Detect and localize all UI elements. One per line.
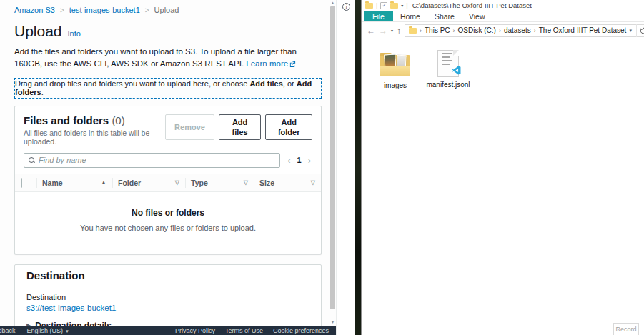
files-and-folders-panel: Files and folders (0) All files and fold… [14, 106, 322, 254]
file-list: images manifest.jsonl [362, 39, 644, 89]
empty-state-title: No files or folders [15, 208, 321, 218]
destination-panel: Destination Destination s3://test-images… [14, 264, 322, 335]
separator: | [376, 2, 377, 9]
add-files-button[interactable]: Add files [219, 114, 261, 140]
files-panel-subtitle: All files and folders in this table will… [24, 129, 165, 146]
tab-home[interactable]: Home [393, 11, 427, 21]
files-count: (0) [112, 114, 124, 126]
files-table: Name▲ Folder▽ Type▽ Size▽ [15, 174, 321, 192]
address-separator-icon: › [499, 27, 501, 34]
aws-console-window: Amazon S3 > test-images-bucket1 > Upload… [0, 0, 355, 335]
column-header-size[interactable]: Size▽ [254, 174, 321, 191]
breadcrumb: Amazon S3 > test-images-bucket1 > Upload [14, 6, 322, 14]
aws-upload-page: Amazon S3 > test-images-bucket1 > Upload… [0, 0, 336, 335]
folder-item-images[interactable]: images [375, 49, 416, 89]
pagination: ‹ 1 › [287, 156, 312, 165]
add-folder-button[interactable]: Add folder [265, 114, 312, 140]
separator: | [406, 2, 407, 9]
address-dropdown-icon[interactable]: ▾ [629, 28, 632, 34]
vscode-badge-icon [452, 66, 461, 75]
tab-view[interactable]: View [462, 11, 492, 21]
desktop-wallpaper-strip [355, 0, 361, 335]
jsonl-document-icon [437, 50, 459, 77]
back-icon[interactable]: ← [367, 26, 375, 35]
select-all-checkbox[interactable] [21, 178, 22, 188]
scroll-down-icon[interactable]: ▼ [330, 320, 336, 324]
select-all-header [15, 174, 36, 191]
column-header-folder[interactable]: Folder▽ [112, 174, 185, 191]
page-scrollbar[interactable]: ▲ ▼ [330, 0, 336, 326]
scroll-up-icon[interactable]: ▲ [330, 1, 336, 5]
search-input[interactable] [39, 156, 275, 164]
privacy-policy-link[interactable]: Privacy Policy [175, 327, 215, 334]
tab-share[interactable]: Share [427, 11, 462, 21]
refresh-icon [640, 27, 644, 34]
search-box [24, 153, 280, 168]
record-button[interactable]: Record [613, 323, 639, 335]
new-folder-icon[interactable] [390, 3, 398, 9]
forward-icon[interactable]: → [379, 26, 387, 35]
page-title: Upload [14, 23, 62, 40]
file-item-manifest[interactable]: manifest.jsonl [427, 49, 469, 89]
language-selector[interactable]: English (US)▼ [27, 327, 69, 334]
sort-asc-icon: ▲ [101, 179, 106, 186]
files-panel-title: Files and folders (0) [24, 114, 165, 126]
sort-icon: ▽ [244, 179, 248, 186]
feedback-link[interactable]: Feedback [0, 327, 16, 334]
properties-icon[interactable]: ✓ [380, 2, 387, 9]
breadcrumb-bucket[interactable]: test-images-bucket1 [69, 6, 140, 14]
empty-state-message: You have not chosen any files or folders… [15, 224, 321, 232]
quick-access-toolbar-caret-icon[interactable]: ▾ [401, 3, 403, 8]
info-link[interactable]: Info [68, 29, 81, 38]
terms-of-use-link[interactable]: Terms of Use [225, 327, 263, 334]
screenshot-stage: Amazon S3 > test-images-bucket1 > Upload… [0, 0, 644, 335]
learn-more-link[interactable]: Learn more [246, 59, 296, 68]
destination-bucket-link[interactable]: s3://test-images-bucket1 [26, 304, 309, 312]
breadcrumb-amazon-s3[interactable]: Amazon S3 [14, 6, 55, 14]
sort-icon: ▽ [175, 179, 179, 186]
explorer-titlebar: | ✓ ▾ | C:\datasets\The Oxford-IIIT Pet … [362, 0, 644, 11]
help-side-strip: i [336, 0, 355, 335]
address-folder-icon [409, 28, 417, 34]
up-icon[interactable]: ↑ [397, 26, 401, 35]
window-title: C:\datasets\The Oxford-IIIT Pet Dataset [412, 1, 532, 9]
address-segment-dataset-folder[interactable]: The Oxford-IIIT Pet Dataset [539, 26, 627, 34]
aws-footer: Feedback English (US)▼ Privacy Policy Te… [0, 326, 336, 335]
caret-down-icon: ▼ [65, 329, 69, 334]
recent-locations-caret-icon[interactable]: ▾ [391, 28, 393, 33]
info-panel-icon[interactable]: i [342, 3, 350, 11]
page-next-icon[interactable]: › [308, 156, 311, 165]
file-explorer-window: | ✓ ▾ | C:\datasets\The Oxford-IIIT Pet … [361, 0, 644, 335]
address-segment-osdisk[interactable]: OSDisk (C:) [458, 26, 496, 34]
intro-text: Add the files and folders you want to up… [14, 46, 314, 71]
address-separator-icon: › [453, 27, 455, 34]
destination-panel-title: Destination [15, 265, 321, 286]
breadcrumb-separator-icon: > [145, 6, 149, 14]
column-header-type[interactable]: Type▽ [185, 174, 254, 191]
empty-state: No files or folders You have not chosen … [15, 192, 321, 254]
tab-file[interactable]: File [364, 11, 393, 21]
address-separator-icon: › [420, 27, 422, 34]
drag-drop-zone[interactable]: Drag and drop files and folders you want… [14, 78, 322, 99]
folder-with-photos-icon [379, 49, 412, 78]
destination-label: Destination [26, 293, 309, 301]
column-header-name[interactable]: Name▲ [36, 174, 112, 191]
breadcrumb-separator-icon: > [60, 6, 64, 14]
ribbon-tabs: File Home Share View [362, 11, 644, 22]
address-bar[interactable]: › This PC › OSDisk (C:) › datasets › The… [405, 24, 644, 37]
address-segment-datasets[interactable]: datasets [504, 26, 531, 34]
external-link-icon [289, 61, 296, 67]
address-segment-this-pc[interactable]: This PC [425, 26, 450, 34]
remove-button[interactable]: Remove [165, 114, 214, 140]
page-prev-icon[interactable]: ‹ [287, 156, 290, 165]
explorer-app-icon [365, 3, 373, 9]
refresh-button[interactable] [636, 24, 644, 37]
page-number[interactable]: 1 [297, 156, 302, 164]
navigation-bar: ← → ▾ ↑ › This PC › OSDisk (C:) › datase… [362, 22, 644, 39]
scrollbar-thumb[interactable] [330, 6, 335, 309]
cookie-preferences-link[interactable]: Cookie preferences [273, 327, 329, 334]
search-icon [29, 157, 35, 164]
dropzone-add-files: Add files [249, 79, 282, 88]
breadcrumb-current: Upload [154, 6, 179, 14]
sort-icon: ▽ [311, 179, 315, 186]
